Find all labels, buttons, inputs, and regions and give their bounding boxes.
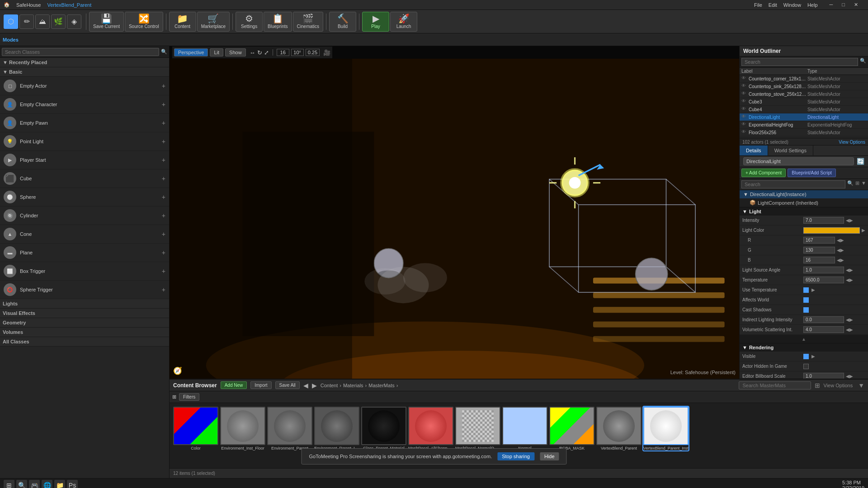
filters-btn[interactable]: Filters [179, 393, 199, 401]
menu-edit[interactable]: Edit [769, 2, 777, 8]
menu-file[interactable]: File [754, 2, 762, 8]
affects-world-checkbox[interactable] [803, 297, 809, 303]
cb-search-input[interactable] [739, 381, 811, 389]
viewport[interactable]: Perspective Lit Show ↔ ↻ ⤢ 16 10° 0.25 🎥 [170, 46, 739, 379]
add-component-btn[interactable]: + Add Component [741, 169, 786, 177]
add-player-start-btn[interactable]: + [162, 156, 165, 164]
taskbar-search[interactable]: 🔍 [16, 480, 27, 488]
cb-path-materials[interactable]: Materials [343, 383, 363, 388]
lights-header[interactable]: Lights [0, 299, 169, 309]
outliner-item[interactable]: 👁 ExponentialHeightFog ExponentialHeight… [740, 121, 868, 129]
r-input[interactable] [803, 237, 835, 244]
import-btn[interactable]: Import [250, 381, 271, 389]
view-options-link[interactable]: View Options [839, 140, 865, 145]
source-control-btn[interactable]: 🔀 Source Control [125, 12, 163, 32]
perspective-btn[interactable]: Perspective [174, 48, 208, 56]
use-temperature-checkbox[interactable] [803, 287, 809, 293]
details-search-input[interactable] [741, 180, 845, 188]
add-point-light-btn[interactable]: + [162, 138, 165, 145]
scale-icon[interactable]: ⤢ [264, 49, 269, 56]
cb-filter-icon[interactable]: ⊞ [815, 382, 820, 389]
taskbar-photoshop[interactable]: Ps [67, 480, 78, 488]
cb-collapse-icon[interactable]: ▼ [858, 382, 864, 389]
add-empty-actor-btn[interactable]: + [162, 82, 165, 89]
content-btn[interactable]: 📁 Content [169, 12, 196, 32]
vol-arrow[interactable]: ◀▶ [846, 327, 853, 332]
list-item[interactable]: ⚪ Sphere + [0, 188, 169, 206]
component-name-input[interactable] [743, 157, 854, 165]
outliner-item[interactable]: 👁 Floor256x257 StaticMeshActor [740, 136, 868, 138]
details-filter-icon[interactable]: ▼ [859, 180, 866, 188]
light-source-angle-input[interactable] [803, 267, 844, 273]
cb-item[interactable]: MeshDecal_NormalOnly_Parent [455, 407, 500, 450]
outliner-item-directional-light[interactable]: 👁 DirectionalLight DirectionalLight [740, 113, 868, 121]
taskbar-browser[interactable]: 🌐 [42, 480, 52, 488]
lit-btn[interactable]: Lit [210, 48, 223, 56]
close-btn[interactable]: ✕ [854, 2, 858, 8]
cb-item[interactable]: MeshDecal_AllChannels_Parent [408, 407, 453, 450]
minimize-btn[interactable]: ─ [830, 2, 833, 8]
stop-sharing-btn[interactable]: Stop sharing [497, 452, 534, 460]
outliner-item[interactable]: 👁 Cube3 StaticMeshActor [740, 98, 868, 106]
blueprint-add-script-btn[interactable]: Blueprint/Add Script [788, 169, 835, 177]
g-input[interactable] [803, 247, 835, 253]
list-item[interactable]: ⬛ Cube + [0, 169, 169, 188]
cinematics-btn[interactable]: 🎬 Cinematics [293, 12, 323, 32]
list-item[interactable]: ◻ Empty Actor + [0, 77, 169, 95]
translate-icon[interactable]: ↔ [250, 49, 255, 56]
temp-arrow[interactable]: ◀▶ [846, 277, 853, 282]
list-item[interactable]: ▬ Plane + [0, 244, 169, 262]
add-plane-btn[interactable]: + [162, 249, 165, 256]
cb-item[interactable]: Normal [502, 407, 547, 450]
list-item[interactable]: ⭕ Sphere Trigger + [0, 281, 169, 299]
temperature-input[interactable] [803, 277, 844, 283]
add-empty-pawn-btn[interactable]: + [162, 119, 165, 127]
launch-btn[interactable]: 🚀 Launch [390, 12, 417, 32]
outliner-item[interactable]: 👁 Floor256x256 StaticMeshActor [740, 129, 868, 136]
r-arrow[interactable]: ◀▶ [837, 238, 844, 243]
editor-billboard-input[interactable] [803, 373, 844, 379]
cb-item[interactable]: Color [173, 407, 218, 450]
intensity-input[interactable] [803, 217, 844, 224]
outliner-item[interactable]: 👁 Countertop_corner_128x128x128 StaticMe… [740, 75, 868, 83]
volumes-header[interactable]: Volumes [0, 328, 169, 337]
paint-mode-btn[interactable]: ✏ [19, 14, 34, 29]
color-arrow[interactable]: ▶ [862, 228, 865, 233]
list-item[interactable]: ▶ Player Start + [0, 151, 169, 169]
back-btn[interactable]: ◀ [303, 382, 308, 389]
cb-item[interactable]: Environment_Parent_Inst [314, 407, 359, 450]
cast-shadows-checkbox[interactable] [803, 307, 809, 313]
cb-item[interactable]: RGBA_MASK [549, 407, 594, 450]
world-settings-tab[interactable]: World Settings [768, 145, 813, 155]
add-empty-character-btn[interactable]: + [162, 101, 165, 108]
actor-hidden-checkbox[interactable] [803, 364, 809, 369]
outliner-item[interactable]: 👁 Cube4 StaticMeshActor [740, 106, 868, 113]
search-classes-input[interactable] [2, 48, 159, 56]
cb-item[interactable]: Glass_Parent_Material [361, 407, 406, 450]
light-section-footer[interactable]: ▲ [740, 335, 868, 343]
list-item[interactable]: ⬜ Box Trigger + [0, 262, 169, 281]
outliner-item[interactable]: 👁 Countertop_stove_256x128x128 StaticMes… [740, 90, 868, 98]
cb-item-selected[interactable]: VertexBlend_Parent_Inst [643, 407, 689, 450]
play-btn[interactable]: ▶ Play [362, 12, 389, 32]
marketplace-btn[interactable]: 🛒 Marketplace [197, 12, 230, 32]
cb-view-options-btn[interactable]: View Options [824, 383, 853, 388]
b-arrow[interactable]: ◀▶ [837, 258, 844, 263]
add-sphere-trigger-btn[interactable]: + [162, 286, 165, 293]
scene-viewport[interactable] [170, 59, 739, 379]
all-classes-header[interactable]: All Classes [0, 337, 169, 347]
outliner-item[interactable]: 👁 Countertop_sink_256x128x128 StaticMesh… [740, 83, 868, 90]
add-new-btn[interactable]: Add New [221, 381, 247, 389]
add-sphere-btn[interactable]: + [162, 193, 165, 201]
visual-effects-header[interactable]: Visual Effects [0, 309, 169, 318]
modes-label[interactable]: Modes [3, 37, 19, 42]
lsa-arrow[interactable]: ◀▶ [846, 267, 853, 272]
cb-item[interactable]: Environment_Parent [267, 407, 312, 450]
list-item[interactable]: ▲ Cone + [0, 225, 169, 244]
light-section-header[interactable]: ▼ Light [740, 207, 868, 216]
menu-help[interactable]: Help [807, 2, 818, 8]
select-mode-btn[interactable]: ⬡ [4, 14, 18, 29]
cb-path-mastermats[interactable]: MasterMats [368, 383, 394, 388]
forward-btn[interactable]: ▶ [312, 382, 317, 389]
taskbar-explorer[interactable]: 📁 [54, 480, 65, 488]
